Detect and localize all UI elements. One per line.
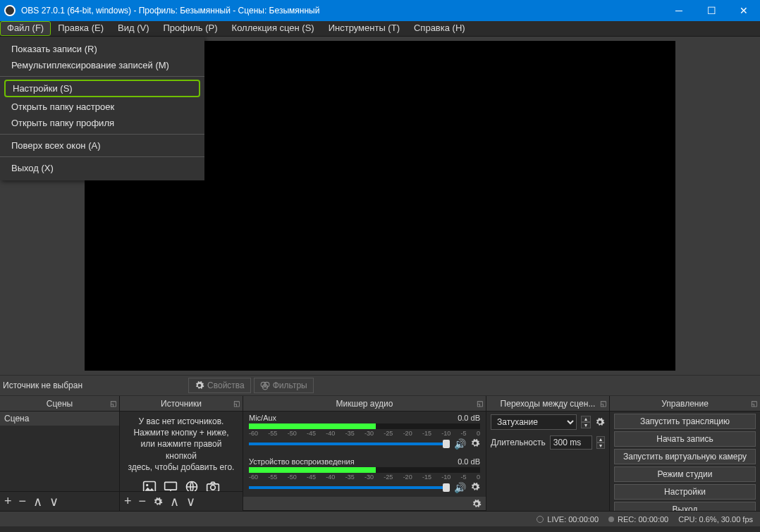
menu-view[interactable]: Вид (V) [111,21,156,36]
controls-dock: Управление ◱ Запустить трансляцию Начать… [610,396,760,511]
volume-slider[interactable] [249,486,450,489]
menu-always-on-top[interactable]: Поверх всех окон (A) [0,137,204,154]
add-source-button[interactable]: + [124,494,132,509]
volume-slider[interactable] [249,443,450,445]
broadcast-icon [537,516,544,523]
close-button[interactable]: ✕ [728,0,760,21]
docks: Сцены ◱ Сцена + − ∧ ∨ Источники ◱ У вас … [0,396,760,511]
statusbar: LIVE: 00:00:00 REC: 00:00:00 CPU: 0.6%, … [0,511,760,526]
globe-icon [184,480,200,491]
popout-icon[interactable]: ◱ [751,400,757,407]
mixer-title: Микшер аудио [336,399,393,409]
channel-settings-button[interactable] [470,438,480,448]
separator [0,134,204,135]
separator [0,76,204,77]
sources-dock: Источники ◱ У вас нет источников. Нажмит… [120,396,243,511]
sources-empty-hint: У вас нет источников. Нажмите кнопку + н… [120,412,243,477]
channel-settings-button[interactable] [470,482,480,492]
filters-label: Фильтры [273,381,307,390]
exit-button[interactable]: Выход [614,502,756,511]
app-icon [4,5,16,16]
transitions-title: Переходы между сцен... [501,399,596,409]
menu-open-settings-folder[interactable]: Открыть папку настроек [0,99,204,115]
menu-profile[interactable]: Профиль (P) [157,21,225,36]
filter-icon [260,381,270,390]
move-source-up[interactable]: ∧ [170,494,179,509]
remove-source-button[interactable]: − [139,494,147,509]
remove-scene-button[interactable]: − [19,494,27,509]
scenes-dock: Сцены ◱ Сцена + − ∧ ∨ [0,396,120,511]
gear-icon [195,381,204,390]
channel-name: Mic/Aux [249,414,276,422]
speaker-icon[interactable]: 🔊 [454,482,466,493]
settings-button[interactable]: Настройки [614,484,756,500]
menu-file[interactable]: Файл (F) [0,21,51,36]
move-scene-down[interactable]: ∨ [49,494,59,509]
svg-rect-5 [165,482,177,490]
menu-settings[interactable]: Настройки (S) [4,80,200,97]
mixer-header[interactable]: Микшер аудио ◱ [243,396,486,412]
menu-exit[interactable]: Выход (X) [0,160,204,176]
transition-spinner[interactable]: ▴▾ [581,416,591,428]
move-scene-up[interactable]: ∧ [33,494,42,509]
menu-scene-collection[interactable]: Коллекция сцен (S) [225,21,321,36]
transition-select[interactable]: Затухание [491,414,577,430]
start-vcam-button[interactable]: Запустить виртуальную камеру [614,449,756,464]
svg-point-8 [211,485,216,490]
status-rec: REC: 00:00:00 [608,515,668,524]
popout-icon[interactable]: ◱ [477,400,483,407]
properties-button[interactable]: Свойства [188,378,251,393]
mixer-settings-button[interactable] [472,499,482,509]
channel-db: 0.0 dB [458,414,480,422]
channel-name: Устройство воспроизведения [249,457,355,466]
status-cpu: CPU: 0.6%, 30.00 fps [678,515,753,524]
status-live: LIVE: 00:00:00 [537,515,599,524]
camera-icon [205,480,221,491]
sources-title: Источники [161,399,202,409]
meter-ticks: -60-55-50-45-40-35-30-25-20-15-10-50 [249,474,480,481]
meter-ticks: -60-55-50-45-40-35-30-25-20-15-10-50 [249,430,480,437]
record-dot-icon [608,516,614,522]
duration-label: Длительность [491,438,546,447]
window-title: OBS 27.0.1 (64-bit, windows) - Профиль: … [21,6,663,16]
image-icon [142,480,157,491]
sources-header[interactable]: Источники ◱ [120,396,243,412]
duration-input[interactable] [550,435,592,450]
display-icon [163,480,178,491]
move-source-down[interactable]: ∨ [186,494,195,509]
scenes-header[interactable]: Сцены ◱ [0,396,119,412]
svg-point-4 [146,484,148,486]
transition-settings-button[interactable] [595,417,605,427]
titlebar: OBS 27.0.1 (64-bit, windows) - Профиль: … [0,0,760,21]
transitions-header[interactable]: Переходы между сцен... ◱ [486,396,609,412]
menu-open-profile-folder[interactable]: Открыть папку профиля [0,115,204,131]
start-record-button[interactable]: Начать запись [614,431,756,447]
mixer-channel-desktop: Устройство воспроизведения 0.0 dB -60-55… [243,455,486,495]
speaker-icon[interactable]: 🔊 [454,438,466,450]
start-stream-button[interactable]: Запустить трансляцию [614,414,756,429]
menu-help[interactable]: Справка (H) [407,21,472,36]
source-type-icons [120,477,243,491]
add-scene-button[interactable]: + [4,494,12,509]
source-toolbar: Источник не выбран Свойства Фильтры [0,375,760,396]
menu-edit[interactable]: Правка (E) [51,21,111,36]
menu-show-recordings[interactable]: Показать записи (R) [0,41,204,57]
channel-db: 0.0 dB [458,457,480,466]
filters-button[interactable]: Фильтры [254,378,314,393]
duration-spinner[interactable]: ▴▾ [596,436,605,449]
source-settings-button[interactable] [153,497,163,507]
scene-item[interactable]: Сцена [0,412,119,426]
popout-icon[interactable]: ◱ [600,400,606,407]
menu-tools[interactable]: Инструменты (T) [321,21,407,36]
audio-meter [249,423,480,429]
popout-icon[interactable]: ◱ [233,400,240,407]
controls-header[interactable]: Управление ◱ [610,396,760,412]
audio-meter [249,467,480,473]
popout-icon[interactable]: ◱ [110,400,116,407]
menu-remux[interactable]: Ремультиплексирование записей (M) [0,57,204,73]
minimize-button[interactable]: ─ [663,0,695,21]
studio-mode-button[interactable]: Режим студии [614,466,756,482]
scenes-title: Сцены [47,399,73,409]
maximize-button[interactable]: ☐ [695,0,728,21]
transitions-dock: Переходы между сцен... ◱ Затухание ▴▾ Дл… [486,396,610,511]
